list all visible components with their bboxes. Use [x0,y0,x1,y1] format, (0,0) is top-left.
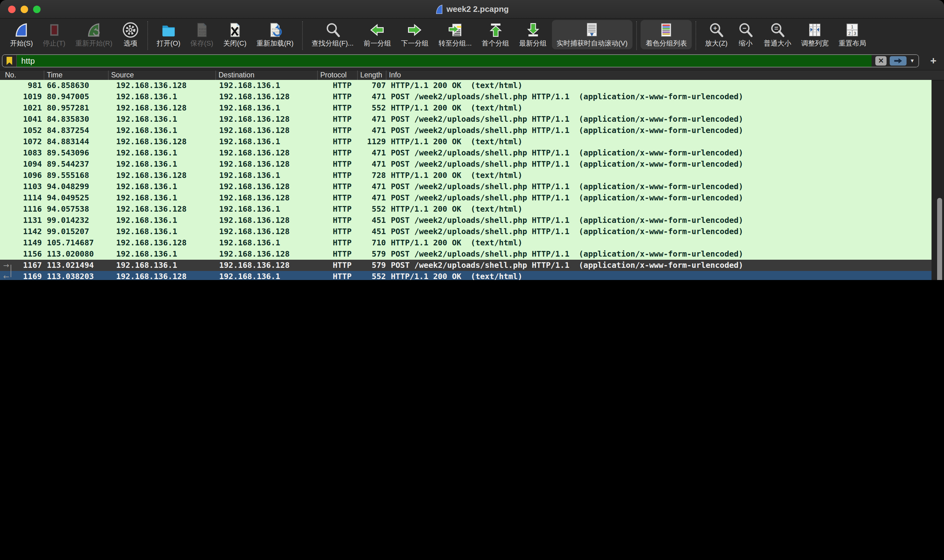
row-marker-icon [0,136,12,147]
col-protocol: HTTP [317,271,357,280]
toolbar-button-reload[interactable]: 010100110101110重新加载(R) [252,20,299,49]
first-packet-icon [487,22,504,38]
col-source: 192.168.136.128 [108,80,215,91]
title-bar[interactable]: week2 2.pcapng [0,0,944,19]
col-protocol: HTTP [317,147,357,158]
bookmark-icon[interactable] [3,55,17,67]
col-protocol: HTTP [317,114,357,125]
packet-row-1116[interactable]: 111694.057538192.168.136.128192.168.136.… [0,203,932,215]
packet-row-1149[interactable]: 1149105.714687192.168.136.128192.168.136… [0,237,932,248]
packet-row-1156[interactable]: 1156113.020080192.168.136.1192.168.136.1… [0,248,932,260]
packet-row-1019[interactable]: 101980.947005192.168.136.1192.168.136.12… [0,91,932,102]
col-protocol: HTTP [317,80,357,91]
svg-text:01010: 01010 [199,28,207,31]
toolbar-button-find[interactable]: 查找分组(F)... [306,20,358,49]
col-protocol: HTTP [317,192,357,203]
col-no: 1167 [12,260,44,271]
toolbar-button-label: 开始(S) [10,39,33,48]
toolbar-button-next[interactable]: 下一分组 [396,20,434,49]
column-header-destination[interactable]: Destination [215,71,317,80]
col-no: 1096 [12,170,44,181]
col-no: 1116 [12,203,44,215]
col-info: POST /week2/uploads/shell.php HTTP/1.1 (… [386,215,932,226]
toolbar-button-label: 保存(S) [191,39,213,48]
col-source: 192.168.136.128 [108,237,215,248]
column-header-source[interactable]: Source [108,71,215,80]
column-header-protocol[interactable]: Protocol [317,71,357,80]
stop-capture-icon [46,22,62,38]
col-info: HTTP/1.1 200 OK (text/html) [386,237,932,248]
col-length: 728 [357,170,386,181]
col-destination: 192.168.136.128 [215,91,317,102]
toolbar-button-zoom-normal[interactable]: =普通大小 [759,20,796,49]
toolbar-button-open[interactable]: 打开(O) [152,20,185,49]
toolbar-button-prev[interactable]: 前一分组 [359,20,396,49]
col-destination: 192.168.136.128 [215,125,317,136]
apply-arrow-icon[interactable] [890,56,907,66]
next-packet-icon [407,22,423,38]
toolbar-button-label: 首个分组 [482,39,509,48]
packet-row-1072[interactable]: 107284.883144192.168.136.128192.168.136.… [0,136,932,147]
toolbar-button-zoom-out[interactable]: −缩小 [732,20,759,49]
col-length: 471 [357,114,386,125]
column-header-no[interactable]: No. [0,71,44,80]
col-length: 552 [357,271,386,280]
row-marker-icon [0,147,12,158]
packet-row-1052[interactable]: 105284.837254192.168.136.1192.168.136.12… [0,125,932,136]
packet-row-1041[interactable]: 104184.835830192.168.136.1192.168.136.12… [0,114,932,125]
toolbar-button-colorize[interactable]: 着色分组列表 [641,20,692,49]
toolbar-button-reset-layout[interactable]: 123重置布局 [833,20,871,49]
col-no: 981 [12,80,44,91]
packet-row-1167[interactable]: →1167113.021494192.168.136.1192.168.136.… [0,260,932,271]
column-header-info[interactable]: Info [386,71,944,80]
reset-layout-icon: 123 [844,22,860,38]
col-destination: 192.168.136.128 [215,114,317,125]
col-time: 94.057538 [44,203,108,215]
col-protocol: HTTP [317,215,357,226]
col-time: 99.015207 [44,226,108,237]
col-destination: 192.168.136.128 [215,192,317,203]
col-source: 192.168.136.1 [108,215,215,226]
row-marker-icon [0,203,12,215]
row-marker-icon [0,192,12,203]
packet-row-1114[interactable]: 111494.049525192.168.136.1192.168.136.12… [0,192,932,203]
reload-file-icon: 010100110101110 [267,22,283,38]
col-length: 1129 [357,136,386,147]
col-destination: 192.168.136.128 [215,260,317,271]
packet-row-1131[interactable]: 113199.014232192.168.136.1192.168.136.12… [0,215,932,226]
col-no: 1094 [12,158,44,170]
col-destination: 192.168.136.1 [215,102,317,114]
packet-row-1169[interactable]: ←1169113.038203192.168.136.128192.168.13… [0,271,932,280]
packet-row-1083[interactable]: 108389.543096192.168.136.1192.168.136.12… [0,147,932,158]
display-filter-input[interactable]: http [17,55,872,67]
toolbar-button-resize-columns[interactable]: 调整列宽 [796,20,833,49]
toolbar-button-goto[interactable]: 转至分组... [434,20,477,49]
packet-row-1021[interactable]: 102180.957281192.168.136.128192.168.136.… [0,102,932,114]
toolbar-button-first[interactable]: 首个分组 [477,20,514,49]
packet-row-1096[interactable]: 109689.555168192.168.136.128192.168.136.… [0,170,932,181]
toolbar-button-options[interactable]: 选项 [117,20,144,49]
packet-list-scrollbar[interactable] [937,198,942,280]
packet-row-1142[interactable]: 114299.015207192.168.136.1192.168.136.12… [0,226,932,237]
svg-text:1: 1 [851,25,854,29]
chevron-down-icon[interactable]: ▼ [910,58,915,64]
display-filter-field[interactable]: http ✕ ▼ [2,54,919,68]
packet-row-1094[interactable]: 109489.544237192.168.136.1192.168.136.12… [0,158,932,170]
plus-icon[interactable]: + [927,55,940,66]
toolbar-button-close[interactable]: 010100110101110关闭(C) [218,20,252,49]
col-no: 1114 [12,192,44,203]
toolbar-button-zoom-in[interactable]: +放大(Z) [700,20,732,49]
toolbar-button-start[interactable]: 开始(S) [5,20,38,49]
col-source: 192.168.136.1 [108,226,215,237]
toolbar-button-last[interactable]: 最新分组 [514,20,552,49]
column-header-time[interactable]: Time [44,71,108,80]
resize-columns-icon [807,22,823,38]
toolbar-button-autoscroll[interactable]: 实时捕获时自动滚动(V) [552,20,632,49]
column-header-length[interactable]: Length [357,71,386,80]
clear-icon[interactable]: ✕ [875,56,887,66]
packet-row-1103[interactable]: 110394.048299192.168.136.1192.168.136.12… [0,181,932,192]
packet-row-981[interactable]: 98166.858630192.168.136.128192.168.136.1… [0,80,932,91]
packet-list-header[interactable]: No. Time Source Destination Protocol Len… [0,71,944,80]
toolbar-separator [695,21,696,50]
toolbar-separator [302,21,303,50]
